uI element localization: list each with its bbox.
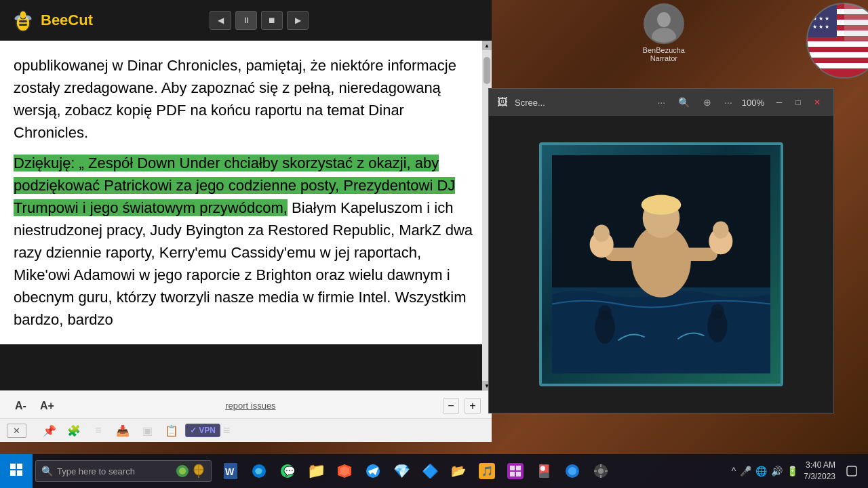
svg-rect-60 [510, 472, 515, 476]
svg-point-65 [598, 468, 604, 474]
svg-rect-8 [807, 41, 868, 47]
svg-rect-39 [10, 470, 16, 476]
start-button[interactable] [0, 454, 33, 488]
svg-point-19 [20, 11, 26, 19]
narrator-panel: BenBezucha Narrator [643, 3, 685, 62]
narrator-name: BenBezucha Narrator [643, 46, 685, 62]
taskbar-app-10[interactable]: 🎵 [473, 458, 500, 485]
svg-point-30 [593, 224, 609, 241]
image-display [539, 142, 783, 386]
viewer-search-icon[interactable]: 🔍 [675, 96, 693, 109]
svg-text:W: W [225, 466, 235, 477]
tab-close-x[interactable]: ✕ [7, 424, 26, 438]
maximize-button[interactable]: □ [790, 96, 806, 109]
scroll-up-arrow[interactable]: ▲ [482, 41, 492, 50]
taskbar-app-9[interactable]: 📂 [445, 458, 472, 485]
ql-download-icon[interactable]: 📥 [112, 417, 134, 444]
text-display: opublikowanej w Dinar Chronicles, pamięt… [0, 41, 492, 344]
taskbar-app-telegram[interactable] [359, 458, 387, 485]
ql-extension-icon[interactable]: 🧩 [63, 417, 85, 444]
quick-launch-bar: 📌 🧩 ≡ 📥 ▣ 📋 ✓ VPN ≡ [33, 417, 236, 444]
system-clock[interactable]: 3:40 AM 7/3/2023 [804, 460, 835, 483]
next-button[interactable]: ▶ [287, 11, 309, 30]
scene-svg [552, 155, 770, 373]
taskbar-app-13[interactable] [559, 458, 586, 485]
zoom-out-button[interactable]: − [443, 398, 459, 414]
svg-rect-70 [847, 466, 856, 476]
tray-battery-icon[interactable]: 🔋 [787, 466, 798, 476]
windows-logo-icon [10, 464, 22, 479]
playback-controls: ◀ ⏸ ⏹ ▶ [210, 11, 309, 30]
font-increase-button[interactable]: A+ [36, 399, 58, 413]
svg-rect-38 [17, 464, 22, 469]
viewer-options-icon[interactable]: ··· [724, 97, 732, 108]
taskbar-right: ^ 🎤 🌐 🔊 🔋 3:40 AM 7/3/2023 [732, 458, 868, 485]
tray-mic-icon[interactable]: 🎤 [740, 466, 751, 476]
taskbar-search-placeholder: Type here to search [57, 466, 135, 476]
taskbar-app-brave[interactable] [331, 458, 358, 485]
svg-rect-17 [19, 20, 27, 22]
taskbar-app-folder[interactable]: 📁 [302, 458, 330, 485]
svg-point-42 [179, 468, 186, 474]
taskbar-app-14[interactable] [587, 458, 614, 485]
viewer-title: Scree... [515, 98, 648, 108]
taskbar-app-word[interactable]: W [217, 458, 244, 485]
hamburger-menu-icon[interactable]: ≡ [223, 424, 231, 438]
taskbar-search[interactable]: 🔍 Type here to search [35, 460, 212, 482]
taskbar-app-11[interactable] [502, 458, 529, 485]
viewer-more-menu[interactable]: ··· [657, 97, 665, 108]
reader-tab-bar: ✕ 📌 🧩 ≡ 📥 ▣ 📋 ✓ VPN ≡ [0, 418, 492, 442]
tray-chevron-icon[interactable]: ^ [732, 466, 736, 476]
svg-point-34 [598, 305, 612, 319]
svg-point-26 [642, 195, 682, 215]
minimize-button[interactable]: ─ [771, 96, 787, 109]
zoom-controls: − + [443, 398, 481, 414]
beecut-header: BeeCut ◀ ⏸ ⏹ ▶ [0, 0, 492, 41]
svg-rect-18 [19, 24, 27, 26]
svg-rect-9 [807, 52, 868, 58]
svg-text:💬: 💬 [283, 466, 296, 477]
text-continuation: Białym Kapeluszom i ich niestrudzonej pr… [14, 199, 473, 328]
beecut-logo-text: BeeCut [41, 12, 93, 29]
text-footer: A- A+ report issues − + [0, 390, 492, 420]
prev-button[interactable]: ◀ [210, 11, 231, 30]
image-viewer-body [489, 116, 833, 413]
tray-network-icon[interactable]: 🌐 [755, 466, 767, 476]
taskbar-app-edge[interactable] [245, 458, 273, 485]
ql-clipboard-icon[interactable]: 📋 [161, 417, 182, 444]
svg-point-63 [568, 467, 576, 475]
svg-point-32 [713, 222, 728, 239]
svg-rect-58 [510, 466, 515, 470]
svg-rect-44 [198, 474, 199, 478]
taskbar-app-12[interactable]: 🎴 [530, 458, 557, 485]
pause-button[interactable]: ⏸ [235, 11, 257, 30]
svg-rect-40 [17, 470, 22, 476]
image-viewer-window: 🖼 Scree... ··· 🔍 ⊕ ··· 100% ─ □ ✕ [488, 88, 834, 413]
ql-layout-icon[interactable]: ▣ [136, 417, 158, 444]
font-decrease-button[interactable]: A- [11, 399, 31, 413]
close-button[interactable]: ✕ [809, 96, 825, 109]
taskbar-app-7[interactable]: 💎 [388, 458, 415, 485]
zoom-in-button[interactable]: + [465, 398, 481, 414]
image-viewer-header: 🖼 Scree... ··· 🔍 ⊕ ··· 100% ─ □ ✕ [489, 89, 833, 116]
taskbar-app-8[interactable]: 🔷 [416, 458, 443, 485]
svg-rect-28 [671, 248, 717, 262]
svg-point-36 [711, 304, 724, 319]
viewer-zoom-in-icon[interactable]: ⊕ [700, 96, 715, 109]
window-controls: ─ □ ✕ [771, 96, 825, 109]
text-reader-area: opublikowanej w Dinar Chronicles, pamięt… [0, 41, 492, 390]
narrator-avatar [644, 3, 684, 44]
viewer-zoom-level: 100% [742, 98, 764, 108]
system-tray: ^ 🎤 🌐 🔊 🔋 [732, 466, 799, 476]
notification-button[interactable] [841, 458, 863, 485]
tray-volume-icon[interactable]: 🔊 [771, 466, 783, 476]
stop-button[interactable]: ⏹ [261, 11, 283, 30]
viewer-file-icon: 🖼 [497, 96, 508, 108]
ql-list-icon[interactable]: ≡ [87, 417, 109, 444]
taskbar-app-3[interactable]: 💬 [274, 458, 301, 485]
scrollbar-thumb[interactable] [484, 57, 490, 84]
svg-rect-37 [10, 464, 16, 469]
ql-pin-icon[interactable]: 📌 [39, 417, 60, 444]
vpn-badge[interactable]: ✓ VPN [185, 424, 220, 437]
report-issues-link[interactable]: report issues [225, 401, 275, 411]
